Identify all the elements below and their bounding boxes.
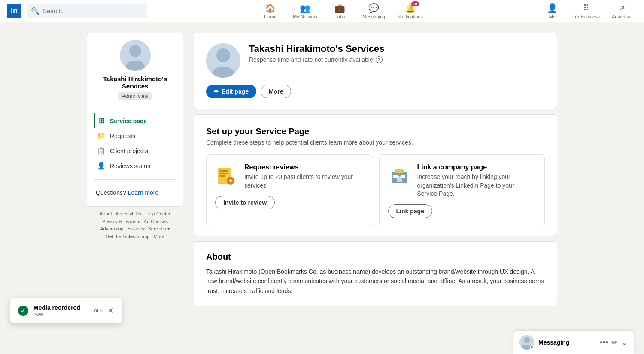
toast-content: Media reordered now: [33, 304, 85, 317]
footer-ad-choices[interactable]: Ad Choices: [144, 219, 168, 224]
setup-card: Set up your Service Page Complete these …: [194, 114, 557, 236]
sidebar-item-reviews-status-label: Reviews status: [110, 163, 150, 169]
sidebar-divider-1: [94, 107, 176, 107]
profile-header-info: Takashi Hirakimoto's Services Response t…: [249, 43, 545, 63]
nav-divider-1: [538, 4, 538, 18]
nav-my-network-label: My Network: [293, 14, 318, 19]
profile-header-actions: ✏ Edit page More: [206, 85, 545, 98]
svg-rect-7: [219, 170, 228, 172]
link-company-text: Link a company page Increase your reach …: [417, 163, 536, 198]
nav-me[interactable]: 👤 Me: [544, 0, 561, 22]
footer-help-center[interactable]: Help Center: [145, 211, 170, 216]
nav-center: 🏠 Home 👥 My Network 💼 Jobs 💬 Messaging 🔔…: [150, 0, 533, 22]
online-indicator: [530, 345, 534, 350]
toast-close-button[interactable]: ✕: [108, 306, 114, 315]
toast-sub: now: [33, 311, 85, 317]
svg-text:★: ★: [228, 178, 233, 183]
sidebar-questions[interactable]: Questions? Learn more: [94, 186, 176, 200]
toast-title: Media reordered: [33, 304, 85, 311]
footer-business-services[interactable]: Business Services: [128, 226, 166, 231]
nav-for-business-label: For Business: [572, 14, 600, 19]
sidebar-divider-2: [94, 179, 176, 180]
nav-messaging[interactable]: 💬 Messaging: [357, 0, 390, 22]
search-input[interactable]: [43, 8, 143, 15]
footer-more[interactable]: More: [154, 234, 164, 239]
notifications-icon: 🔔 10: [405, 3, 416, 13]
sidebar-item-requests[interactable]: 📁 Requests: [94, 128, 176, 143]
messaging-chevron-icon[interactable]: ⌄: [621, 338, 628, 347]
invite-to-review-button[interactable]: Invite to review: [215, 196, 275, 209]
client-projects-icon: 📋: [97, 147, 106, 155]
messaging-ellipsis-icon[interactable]: •••: [600, 338, 608, 347]
questions-text: Questions?: [96, 189, 126, 196]
nav-advertise-label: Advertise: [612, 14, 632, 19]
navbar: in 🔍 🏠 Home 👥 My Network 💼 Jobs 💬 Messag…: [0, 0, 644, 22]
svg-rect-8: [219, 173, 228, 174]
search-icon: 🔍: [31, 7, 39, 15]
more-button[interactable]: More: [261, 85, 291, 98]
sidebar-item-service-page[interactable]: ⊞ Service page: [94, 113, 176, 128]
my-network-icon: 👥: [300, 3, 310, 13]
linkedin-logo[interactable]: in: [7, 4, 21, 18]
sidebar-item-reviews-status[interactable]: 👤 Reviews status: [94, 158, 176, 173]
admin-view-badge: Admin view: [118, 92, 152, 100]
link-company-title: Link a company page: [417, 163, 536, 171]
sidebar-profile-card: Takashi Hirakimoto's Services Admin view…: [87, 33, 183, 207]
setup-items: ★ Request reviews Invite up to 20 past c…: [206, 154, 545, 227]
sidebar-user-name: Takashi Hirakimoto's Services: [94, 75, 176, 90]
for-business-icon: ⠿: [583, 3, 589, 13]
toast-notification: ✓ Media reordered now 1 of 5 ✕: [10, 298, 122, 323]
profile-avatar-large: [206, 43, 240, 78]
svg-point-18: [524, 337, 530, 343]
nav-my-network[interactable]: 👥 My Network: [288, 0, 323, 22]
footer-privacy-terms[interactable]: Privacy & Terms: [102, 219, 136, 224]
notifications-badge: 10: [411, 1, 419, 6]
messaging-label: Messaging: [538, 339, 595, 346]
pencil-icon: ✏: [214, 88, 219, 95]
search-bar[interactable]: 🔍: [27, 4, 147, 18]
home-icon: 🏠: [265, 3, 276, 13]
nav-notifications[interactable]: 🔔 10 Notifications: [392, 0, 428, 22]
link-page-button[interactable]: Link page: [388, 204, 432, 218]
advertise-icon: ↗: [618, 3, 626, 13]
messaging-actions: ••• ✏ ⌄: [600, 338, 628, 347]
footer-about[interactable]: About: [100, 211, 112, 216]
svg-rect-16: [401, 175, 405, 178]
toast-check-icon: ✓: [18, 306, 28, 316]
navbar-right: 👤 Me ⠿ For Business ↗ Advertise: [544, 0, 637, 22]
svg-point-4: [216, 48, 230, 62]
reviews-status-icon: 👤: [97, 162, 106, 170]
edit-page-button[interactable]: ✏ Edit page: [206, 85, 256, 98]
footer-advertising[interactable]: Advertising: [100, 226, 123, 231]
messaging-widget: Messaging ••• ✏ ⌄: [513, 331, 634, 354]
svg-point-1: [129, 45, 141, 57]
sidebar-profile: Takashi Hirakimoto's Services Admin view: [94, 40, 176, 100]
requests-icon: 📁: [97, 132, 106, 140]
setup-item-request-reviews: ★ Request reviews Invite up to 20 past c…: [206, 154, 372, 227]
footer-accessibility[interactable]: Accessibility: [115, 211, 141, 216]
messaging-compose-icon[interactable]: ✏: [611, 338, 618, 347]
footer-get-app[interactable]: Get the LinkedIn app: [106, 234, 149, 239]
about-title: About: [206, 252, 545, 262]
nav-home-label: Home: [264, 14, 276, 19]
sidebar-avatar: [120, 40, 151, 71]
setup-title: Set up your Service Page: [206, 127, 545, 136]
nav-notifications-label: Notifications: [397, 14, 423, 19]
nav-for-business[interactable]: ⠿ For Business: [567, 0, 605, 22]
nav-advertise[interactable]: ↗ Advertise: [606, 0, 637, 22]
svg-rect-9: [219, 175, 225, 177]
request-reviews-icon: ★: [215, 163, 237, 186]
sidebar-item-client-projects[interactable]: 📋 Client projects: [94, 143, 176, 158]
nav-messaging-label: Messaging: [362, 14, 385, 19]
service-page-icon: ⊞: [97, 117, 106, 125]
me-avatar-icon: 👤: [547, 3, 558, 13]
nav-home[interactable]: 🏠 Home: [255, 0, 286, 22]
profile-header-card: Takashi Hirakimoto's Services Response t…: [194, 33, 557, 109]
sidebar-item-service-page-label: Service page: [110, 118, 147, 124]
nav-jobs[interactable]: 💼 Jobs: [325, 0, 355, 22]
learn-more-link[interactable]: Learn more: [128, 189, 159, 196]
sidebar-item-client-projects-label: Client projects: [110, 148, 148, 154]
sidebar-item-requests-label: Requests: [110, 133, 135, 139]
nav-jobs-label: Jobs: [335, 14, 345, 19]
page-content: Takashi Hirakimoto's Services Admin view…: [80, 22, 564, 317]
